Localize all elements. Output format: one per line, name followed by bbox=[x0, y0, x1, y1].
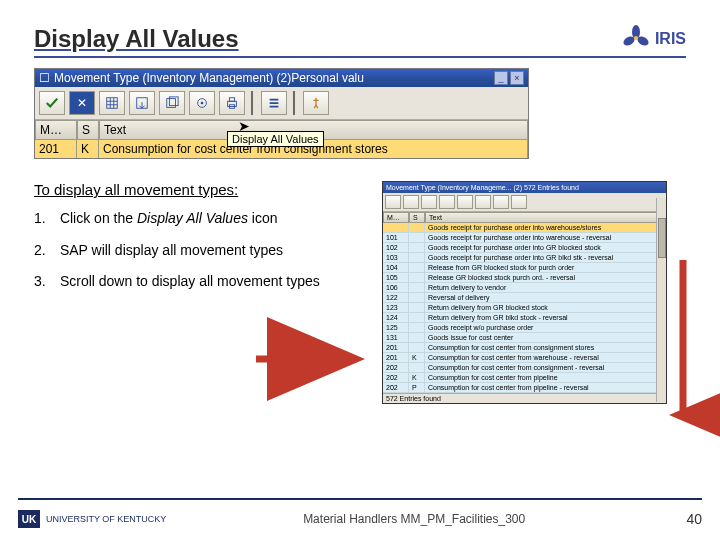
footer: UK UNIVERSITY OF KENTUCKY Material Handl… bbox=[0, 510, 720, 528]
step-num-1: 1. bbox=[34, 210, 56, 228]
cell-code: 124 bbox=[383, 313, 409, 322]
list-item[interactable]: 202KConsumption for cost center from pip… bbox=[383, 373, 666, 383]
display-all-values-button[interactable] bbox=[189, 91, 215, 115]
col-m[interactable]: M… bbox=[35, 120, 77, 140]
cell-s bbox=[409, 293, 425, 302]
cell-code: 201 bbox=[383, 353, 409, 362]
list-item[interactable]: 123Return delivery from GR blocked stock bbox=[383, 303, 666, 313]
minimize-icon[interactable]: _ bbox=[494, 71, 508, 85]
mini-col-m[interactable]: M… bbox=[383, 212, 409, 223]
step-1: 1. Click on the Display All Values icon bbox=[34, 210, 364, 228]
cell-text: Return delivery from GR blocked stock bbox=[425, 303, 666, 312]
cancel-button[interactable]: ✕ bbox=[69, 91, 95, 115]
list-item[interactable]: 102Goods receipt for purchase order into… bbox=[383, 243, 666, 253]
list-item[interactable]: 201Consumption for cost center from cons… bbox=[383, 343, 666, 353]
mini-button[interactable] bbox=[439, 195, 455, 209]
mini-button[interactable] bbox=[493, 195, 509, 209]
page-title: Display All Values bbox=[34, 25, 239, 53]
svg-point-9 bbox=[201, 102, 204, 105]
mini-title: Movement Type (Inventory Manageme... (2)… bbox=[383, 182, 666, 193]
svg-rect-4 bbox=[107, 98, 118, 109]
cell-text: Consumption for cost center from warehou… bbox=[425, 353, 666, 362]
cell-code: 123 bbox=[383, 303, 409, 312]
close-icon[interactable]: × bbox=[510, 71, 524, 85]
list-item[interactable]: 104Release from GR blocked stock for pur… bbox=[383, 263, 666, 273]
cell-s bbox=[409, 283, 425, 292]
cell-text: Goods receipt for purchase order into GR… bbox=[425, 243, 666, 252]
cell-text: Goods receipt for purchase order into wa… bbox=[425, 223, 666, 232]
print-button[interactable] bbox=[219, 91, 245, 115]
insert-button[interactable] bbox=[129, 91, 155, 115]
list-item[interactable]: 202Consumption for cost center from cons… bbox=[383, 363, 666, 373]
svg-rect-11 bbox=[229, 98, 234, 102]
cell-text: Goods receipt for purchase order into wa… bbox=[425, 233, 666, 242]
mini-button[interactable] bbox=[385, 195, 401, 209]
separator-icon bbox=[251, 91, 255, 115]
confirm-button[interactable] bbox=[39, 91, 65, 115]
list-item[interactable]: 201KConsumption for cost center from war… bbox=[383, 353, 666, 363]
cell-s bbox=[409, 223, 425, 232]
list-item[interactable]: 103Goods receipt for purchase order into… bbox=[383, 253, 666, 263]
col-s[interactable]: S bbox=[77, 120, 99, 140]
mini-col-s[interactable]: S bbox=[409, 212, 425, 223]
scrollbar[interactable] bbox=[656, 198, 666, 402]
window-icon: ☐ bbox=[39, 71, 50, 85]
uk-text: UNIVERSITY OF KENTUCKY bbox=[46, 514, 166, 524]
list-item[interactable]: Goods receipt for purchase order into wa… bbox=[383, 223, 666, 233]
multi-button[interactable] bbox=[159, 91, 185, 115]
scrollbar-thumb[interactable] bbox=[658, 218, 666, 258]
cell-text: Consumption for cost center from consign… bbox=[425, 343, 666, 352]
cell-text: Return delivery to vendor bbox=[425, 283, 666, 292]
iris-icon bbox=[621, 24, 651, 54]
cell-text: Release from GR blocked stock for purch … bbox=[425, 263, 666, 272]
mini-col-text[interactable]: Text bbox=[425, 212, 666, 223]
mini-button[interactable] bbox=[421, 195, 437, 209]
instructions: To display all movement types: 1. Click … bbox=[34, 181, 364, 305]
step-1-em: Display All Values bbox=[137, 210, 248, 226]
mini-button[interactable] bbox=[511, 195, 527, 209]
cell-s bbox=[409, 343, 425, 352]
cell-text: Goods receipt for purchase order into GR… bbox=[425, 253, 666, 262]
iris-text: IRIS bbox=[655, 30, 686, 47]
mini-button[interactable] bbox=[457, 195, 473, 209]
list-item[interactable]: 125Goods receipt w/o purchase order bbox=[383, 323, 666, 333]
list-button[interactable] bbox=[261, 91, 287, 115]
step-2-text: SAP will display all movement types bbox=[60, 242, 283, 258]
list-item[interactable]: 101Goods receipt for purchase order into… bbox=[383, 233, 666, 243]
arrow-down-icon bbox=[672, 260, 694, 434]
cell-text: Goods receipt w/o purchase order bbox=[425, 323, 666, 332]
mini-status: 572 Entries found bbox=[383, 393, 666, 403]
cell-code: 102 bbox=[383, 243, 409, 252]
list-item[interactable]: 124Return delivery from GR blkd stock - … bbox=[383, 313, 666, 323]
list-item[interactable]: 131Goods issue for cost center bbox=[383, 333, 666, 343]
cell-code: 201 bbox=[35, 140, 77, 158]
cell-code: 131 bbox=[383, 333, 409, 342]
uk-logo: UK UNIVERSITY OF KENTUCKY bbox=[18, 510, 166, 528]
cell-text: Return delivery from GR blkd stock - rev… bbox=[425, 313, 666, 322]
iris-logo: IRIS bbox=[621, 24, 686, 54]
cell-code: 122 bbox=[383, 293, 409, 302]
list-item[interactable]: 202PConsumption for cost center from pip… bbox=[383, 383, 666, 393]
list-item[interactable]: 105Release GR blocked stock purch ord. -… bbox=[383, 273, 666, 283]
cell-s bbox=[409, 263, 425, 272]
spreadsheet-button[interactable] bbox=[99, 91, 125, 115]
arrow-right-icon bbox=[256, 348, 366, 374]
cell-s bbox=[409, 233, 425, 242]
mini-button[interactable] bbox=[403, 195, 419, 209]
lead-text: To display all movement types: bbox=[34, 181, 364, 198]
cell-text: Consumption for cost center from pipelin… bbox=[425, 373, 666, 382]
step-2: 2. SAP will display all movement types bbox=[34, 242, 364, 260]
mini-sap: Movement Type (Inventory Manageme... (2)… bbox=[382, 181, 667, 404]
list-item[interactable]: 122Reversal of delivery bbox=[383, 293, 666, 303]
pin-button[interactable] bbox=[303, 91, 329, 115]
cell-s bbox=[409, 313, 425, 322]
tooltip: Display All Values bbox=[227, 131, 324, 147]
window-title-text: Movement Type (Inventory Management) (2)… bbox=[54, 71, 490, 85]
cell-code: 106 bbox=[383, 283, 409, 292]
mini-button[interactable] bbox=[475, 195, 491, 209]
cell-text: Consumption for cost center from consign… bbox=[425, 363, 666, 372]
list-item[interactable]: 106Return delivery to vendor bbox=[383, 283, 666, 293]
cell-text: Release GR blocked stock purch ord. - re… bbox=[425, 273, 666, 282]
mini-rows[interactable]: Goods receipt for purchase order into wa… bbox=[383, 223, 666, 393]
cell-text: Consumption for cost center from pipelin… bbox=[425, 383, 666, 392]
